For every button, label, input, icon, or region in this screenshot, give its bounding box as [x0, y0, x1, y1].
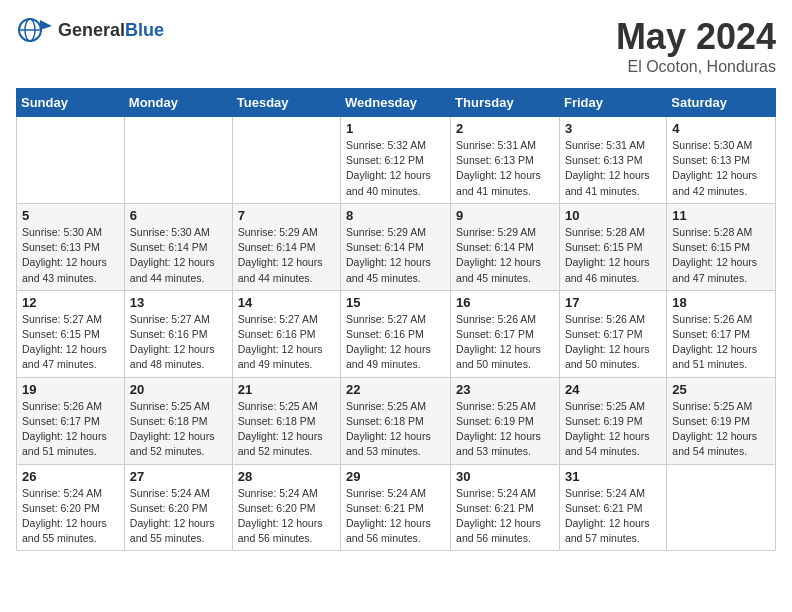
month-title: May 2024	[616, 16, 776, 58]
day-number: 27	[130, 469, 227, 484]
day-info: Sunrise: 5:25 AM Sunset: 6:18 PM Dayligh…	[346, 399, 445, 460]
day-number: 11	[672, 208, 770, 223]
day-number: 12	[22, 295, 119, 310]
day-info: Sunrise: 5:24 AM Sunset: 6:20 PM Dayligh…	[238, 486, 335, 547]
title-block: May 2024 El Ocoton, Honduras	[616, 16, 776, 76]
day-info: Sunrise: 5:25 AM Sunset: 6:18 PM Dayligh…	[238, 399, 335, 460]
day-info: Sunrise: 5:28 AM Sunset: 6:15 PM Dayligh…	[565, 225, 661, 286]
day-info: Sunrise: 5:32 AM Sunset: 6:12 PM Dayligh…	[346, 138, 445, 199]
day-info: Sunrise: 5:27 AM Sunset: 6:16 PM Dayligh…	[130, 312, 227, 373]
day-number: 13	[130, 295, 227, 310]
calendar-cell: 2Sunrise: 5:31 AM Sunset: 6:13 PM Daylig…	[451, 117, 560, 204]
calendar-cell: 29Sunrise: 5:24 AM Sunset: 6:21 PM Dayli…	[341, 464, 451, 551]
header-cell-sunday: Sunday	[17, 89, 125, 117]
calendar-cell: 6Sunrise: 5:30 AM Sunset: 6:14 PM Daylig…	[124, 203, 232, 290]
header-cell-monday: Monday	[124, 89, 232, 117]
calendar-cell: 1Sunrise: 5:32 AM Sunset: 6:12 PM Daylig…	[341, 117, 451, 204]
calendar-cell: 7Sunrise: 5:29 AM Sunset: 6:14 PM Daylig…	[232, 203, 340, 290]
calendar-cell: 11Sunrise: 5:28 AM Sunset: 6:15 PM Dayli…	[667, 203, 776, 290]
day-number: 6	[130, 208, 227, 223]
calendar-cell: 14Sunrise: 5:27 AM Sunset: 6:16 PM Dayli…	[232, 290, 340, 377]
logo-text: GeneralBlue	[58, 20, 164, 41]
calendar-cell: 9Sunrise: 5:29 AM Sunset: 6:14 PM Daylig…	[451, 203, 560, 290]
day-info: Sunrise: 5:30 AM Sunset: 6:14 PM Dayligh…	[130, 225, 227, 286]
logo-blue: Blue	[125, 20, 164, 40]
calendar-cell: 17Sunrise: 5:26 AM Sunset: 6:17 PM Dayli…	[559, 290, 666, 377]
day-number: 3	[565, 121, 661, 136]
day-number: 29	[346, 469, 445, 484]
header-cell-wednesday: Wednesday	[341, 89, 451, 117]
day-number: 19	[22, 382, 119, 397]
calendar-cell: 23Sunrise: 5:25 AM Sunset: 6:19 PM Dayli…	[451, 377, 560, 464]
day-number: 23	[456, 382, 554, 397]
calendar-cell: 18Sunrise: 5:26 AM Sunset: 6:17 PM Dayli…	[667, 290, 776, 377]
logo: GeneralBlue	[16, 16, 164, 44]
day-number: 4	[672, 121, 770, 136]
day-info: Sunrise: 5:27 AM Sunset: 6:16 PM Dayligh…	[238, 312, 335, 373]
calendar-table: SundayMondayTuesdayWednesdayThursdayFrid…	[16, 88, 776, 551]
day-info: Sunrise: 5:30 AM Sunset: 6:13 PM Dayligh…	[22, 225, 119, 286]
day-number: 30	[456, 469, 554, 484]
calendar-week-0: 1Sunrise: 5:32 AM Sunset: 6:12 PM Daylig…	[17, 117, 776, 204]
calendar-cell: 30Sunrise: 5:24 AM Sunset: 6:21 PM Dayli…	[451, 464, 560, 551]
day-info: Sunrise: 5:27 AM Sunset: 6:16 PM Dayligh…	[346, 312, 445, 373]
day-number: 25	[672, 382, 770, 397]
day-info: Sunrise: 5:24 AM Sunset: 6:21 PM Dayligh…	[565, 486, 661, 547]
day-info: Sunrise: 5:26 AM Sunset: 6:17 PM Dayligh…	[565, 312, 661, 373]
day-info: Sunrise: 5:29 AM Sunset: 6:14 PM Dayligh…	[238, 225, 335, 286]
calendar-cell	[124, 117, 232, 204]
calendar-cell: 16Sunrise: 5:26 AM Sunset: 6:17 PM Dayli…	[451, 290, 560, 377]
day-number: 2	[456, 121, 554, 136]
day-number: 14	[238, 295, 335, 310]
calendar-cell: 24Sunrise: 5:25 AM Sunset: 6:19 PM Dayli…	[559, 377, 666, 464]
day-info: Sunrise: 5:29 AM Sunset: 6:14 PM Dayligh…	[346, 225, 445, 286]
day-info: Sunrise: 5:24 AM Sunset: 6:20 PM Dayligh…	[22, 486, 119, 547]
calendar-week-4: 26Sunrise: 5:24 AM Sunset: 6:20 PM Dayli…	[17, 464, 776, 551]
logo-icon	[16, 16, 52, 44]
calendar-cell: 15Sunrise: 5:27 AM Sunset: 6:16 PM Dayli…	[341, 290, 451, 377]
calendar-cell: 26Sunrise: 5:24 AM Sunset: 6:20 PM Dayli…	[17, 464, 125, 551]
header-cell-thursday: Thursday	[451, 89, 560, 117]
calendar-cell: 3Sunrise: 5:31 AM Sunset: 6:13 PM Daylig…	[559, 117, 666, 204]
calendar-cell: 28Sunrise: 5:24 AM Sunset: 6:20 PM Dayli…	[232, 464, 340, 551]
calendar-cell: 20Sunrise: 5:25 AM Sunset: 6:18 PM Dayli…	[124, 377, 232, 464]
logo-general: General	[58, 20, 125, 40]
calendar-header: SundayMondayTuesdayWednesdayThursdayFrid…	[17, 89, 776, 117]
calendar-cell: 25Sunrise: 5:25 AM Sunset: 6:19 PM Dayli…	[667, 377, 776, 464]
calendar-body: 1Sunrise: 5:32 AM Sunset: 6:12 PM Daylig…	[17, 117, 776, 551]
calendar-cell: 10Sunrise: 5:28 AM Sunset: 6:15 PM Dayli…	[559, 203, 666, 290]
header-row: SundayMondayTuesdayWednesdayThursdayFrid…	[17, 89, 776, 117]
calendar-cell: 13Sunrise: 5:27 AM Sunset: 6:16 PM Dayli…	[124, 290, 232, 377]
day-number: 28	[238, 469, 335, 484]
calendar-cell: 12Sunrise: 5:27 AM Sunset: 6:15 PM Dayli…	[17, 290, 125, 377]
day-info: Sunrise: 5:24 AM Sunset: 6:21 PM Dayligh…	[456, 486, 554, 547]
calendar-cell: 4Sunrise: 5:30 AM Sunset: 6:13 PM Daylig…	[667, 117, 776, 204]
day-info: Sunrise: 5:26 AM Sunset: 6:17 PM Dayligh…	[672, 312, 770, 373]
day-number: 26	[22, 469, 119, 484]
day-number: 21	[238, 382, 335, 397]
day-number: 15	[346, 295, 445, 310]
header-cell-tuesday: Tuesday	[232, 89, 340, 117]
day-number: 20	[130, 382, 227, 397]
calendar-cell	[232, 117, 340, 204]
day-info: Sunrise: 5:25 AM Sunset: 6:19 PM Dayligh…	[456, 399, 554, 460]
page-header: GeneralBlue May 2024 El Ocoton, Honduras	[16, 16, 776, 76]
calendar-week-2: 12Sunrise: 5:27 AM Sunset: 6:15 PM Dayli…	[17, 290, 776, 377]
calendar-cell: 27Sunrise: 5:24 AM Sunset: 6:20 PM Dayli…	[124, 464, 232, 551]
calendar-cell: 31Sunrise: 5:24 AM Sunset: 6:21 PM Dayli…	[559, 464, 666, 551]
calendar-cell: 21Sunrise: 5:25 AM Sunset: 6:18 PM Dayli…	[232, 377, 340, 464]
day-number: 7	[238, 208, 335, 223]
day-number: 1	[346, 121, 445, 136]
day-info: Sunrise: 5:29 AM Sunset: 6:14 PM Dayligh…	[456, 225, 554, 286]
calendar-cell: 5Sunrise: 5:30 AM Sunset: 6:13 PM Daylig…	[17, 203, 125, 290]
calendar-week-3: 19Sunrise: 5:26 AM Sunset: 6:17 PM Dayli…	[17, 377, 776, 464]
day-number: 8	[346, 208, 445, 223]
day-number: 18	[672, 295, 770, 310]
calendar-cell: 19Sunrise: 5:26 AM Sunset: 6:17 PM Dayli…	[17, 377, 125, 464]
day-info: Sunrise: 5:28 AM Sunset: 6:15 PM Dayligh…	[672, 225, 770, 286]
calendar-week-1: 5Sunrise: 5:30 AM Sunset: 6:13 PM Daylig…	[17, 203, 776, 290]
calendar-cell: 8Sunrise: 5:29 AM Sunset: 6:14 PM Daylig…	[341, 203, 451, 290]
day-info: Sunrise: 5:30 AM Sunset: 6:13 PM Dayligh…	[672, 138, 770, 199]
calendar-cell	[17, 117, 125, 204]
day-info: Sunrise: 5:31 AM Sunset: 6:13 PM Dayligh…	[456, 138, 554, 199]
